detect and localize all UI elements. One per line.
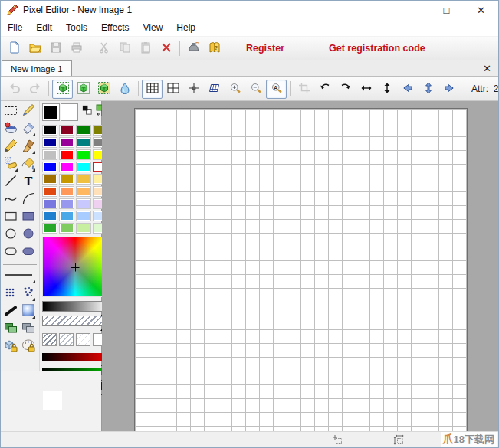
palette-swatch-21[interactable] xyxy=(59,186,74,197)
zoom-out-button[interactable] xyxy=(245,80,266,99)
menu-edit[interactable]: Edit xyxy=(29,21,59,34)
menu-tools[interactable]: Tools xyxy=(59,21,94,34)
tool-line-width[interactable] xyxy=(2,267,37,285)
palette-swatch-25[interactable] xyxy=(59,198,74,209)
tool-rect[interactable] xyxy=(2,208,19,226)
grid-3d-button[interactable] xyxy=(204,80,225,99)
default-colors-icon[interactable] xyxy=(81,104,93,119)
menu-effects[interactable]: Effects xyxy=(94,21,136,34)
flip-horizontal-button[interactable] xyxy=(356,80,376,99)
palette-swatch-32[interactable] xyxy=(42,223,57,234)
tool-line[interactable] xyxy=(2,173,19,191)
delete-button[interactable] xyxy=(156,39,176,58)
grid-coarse-button[interactable] xyxy=(163,80,183,99)
zoom-in-button[interactable] xyxy=(225,80,245,99)
tool-arc[interactable] xyxy=(19,191,37,208)
pixel-mode-2-button[interactable] xyxy=(73,80,94,99)
zoom-actual-button[interactable]: A xyxy=(266,80,287,99)
pixel-mode-button[interactable] xyxy=(52,80,73,99)
palette-swatch-4[interactable] xyxy=(42,137,57,148)
tool-brush[interactable] xyxy=(19,138,37,155)
palette-swatch-26[interactable] xyxy=(76,198,91,209)
palette-swatch-17[interactable] xyxy=(59,174,74,185)
maximize-button[interactable]: □ xyxy=(429,1,464,19)
tool-airbrush[interactable] xyxy=(2,155,19,173)
background-color-swatch[interactable] xyxy=(61,103,78,121)
tool-lock-pixel[interactable] xyxy=(2,338,19,355)
help-button[interactable]: ? xyxy=(204,39,225,58)
palette-swatch-20[interactable] xyxy=(42,186,57,197)
minimize-button[interactable]: – xyxy=(395,1,429,19)
open-button[interactable] xyxy=(25,39,45,58)
luminance-slider[interactable] xyxy=(42,301,108,312)
blend-button[interactable] xyxy=(114,80,135,99)
palette-swatch-29[interactable] xyxy=(59,211,74,221)
tab-close-icon[interactable]: ✕ xyxy=(476,63,498,76)
tool-pen[interactable] xyxy=(19,103,37,120)
palette-swatch-6[interactable] xyxy=(76,137,91,148)
tool-spray-dots[interactable] xyxy=(19,285,37,302)
palette-swatch-5[interactable] xyxy=(59,137,74,148)
rotate-right-button[interactable] xyxy=(335,80,356,99)
shift-vertical-button[interactable] xyxy=(418,80,438,99)
transparency-slider[interactable] xyxy=(42,316,108,326)
tool-roundrect[interactable] xyxy=(2,244,19,261)
tool-eraser[interactable] xyxy=(19,120,37,138)
palette-swatch-9[interactable] xyxy=(59,149,74,160)
shift-right-button[interactable] xyxy=(438,80,459,99)
close-button[interactable]: ✕ xyxy=(464,1,498,19)
tool-clone[interactable] xyxy=(2,320,19,338)
tab-new-image-1[interactable]: New Image 1 xyxy=(2,60,72,76)
palette-swatch-8[interactable] xyxy=(42,149,57,160)
palette-swatch-34[interactable] xyxy=(76,223,91,234)
palette-swatch-16[interactable] xyxy=(42,174,57,185)
palette-swatch-1[interactable] xyxy=(59,125,74,136)
tool-curve[interactable] xyxy=(2,191,19,208)
palette-swatch-22[interactable] xyxy=(76,186,91,197)
tool-rect-filled[interactable] xyxy=(19,208,37,226)
color-spectrum-picker[interactable] xyxy=(42,237,108,297)
palette-swatch-24[interactable] xyxy=(42,198,57,209)
shift-left-button[interactable] xyxy=(397,80,418,99)
palette-swatch-14[interactable] xyxy=(76,162,91,172)
palette-swatch-18[interactable] xyxy=(76,174,91,185)
palette-swatch-2[interactable] xyxy=(76,125,91,136)
palette-swatch-12[interactable] xyxy=(42,162,57,172)
menu-help[interactable]: Help xyxy=(169,21,202,34)
get-registration-code-link[interactable]: Get registration code xyxy=(329,43,425,54)
rotate-left-button[interactable] xyxy=(314,80,335,99)
palette-swatch-10[interactable] xyxy=(76,149,91,160)
tool-select-rect[interactable] xyxy=(2,103,19,120)
new-file-button[interactable] xyxy=(4,39,25,58)
tool-ellipse[interactable] xyxy=(2,226,19,244)
palette-swatch-0[interactable] xyxy=(42,125,57,136)
tool-lock-palette[interactable] xyxy=(19,338,37,355)
red-gradient-slider[interactable] xyxy=(42,353,108,361)
menu-file[interactable]: File xyxy=(1,21,29,34)
foreground-color-swatch[interactable] xyxy=(42,103,60,121)
palette-swatch-30[interactable] xyxy=(76,211,91,221)
pixel-mode-3-button[interactable] xyxy=(94,80,114,99)
palette-swatch-13[interactable] xyxy=(59,162,74,172)
tool-roundrect-filled[interactable] xyxy=(19,244,37,261)
tool-clone-alt[interactable] xyxy=(19,320,37,338)
tool-text[interactable]: T xyxy=(19,173,37,191)
register-tool-button[interactable] xyxy=(183,39,204,58)
grid-fine-button[interactable] xyxy=(142,80,163,99)
tool-thick-line[interactable] xyxy=(2,302,19,320)
tool-dither[interactable] xyxy=(2,285,19,302)
centerlines-button[interactable] xyxy=(183,80,204,99)
menu-view[interactable]: View xyxy=(136,21,170,34)
palette-swatch-28[interactable] xyxy=(42,211,57,221)
pattern-medium[interactable] xyxy=(59,333,74,346)
palette-swatch-33[interactable] xyxy=(59,223,74,234)
register-link[interactable]: Register xyxy=(246,43,284,54)
tool-color-eraser[interactable] xyxy=(2,120,19,138)
flip-vertical-button[interactable] xyxy=(376,80,397,99)
pattern-dense[interactable] xyxy=(42,333,57,346)
tool-pencil[interactable] xyxy=(2,138,19,155)
pattern-light[interactable] xyxy=(76,333,90,346)
tool-fill[interactable] xyxy=(19,155,37,173)
tool-gradient[interactable] xyxy=(19,302,37,320)
pixel-canvas[interactable] xyxy=(134,108,468,431)
